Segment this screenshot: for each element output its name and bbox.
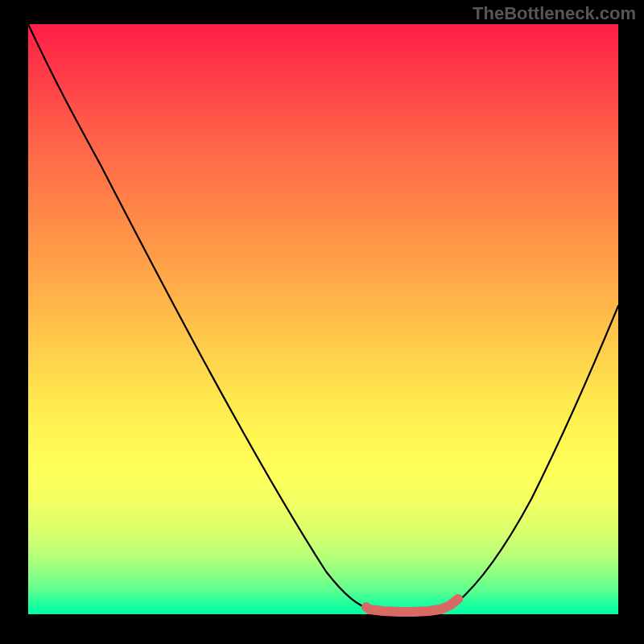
plot-area (28, 24, 618, 614)
watermark-text: TheBottleneck.com (473, 3, 636, 24)
chart-container: TheBottleneck.com (0, 0, 644, 644)
bottleneck-curve (28, 24, 618, 612)
curve-svg (28, 24, 618, 614)
marker-region-line (369, 599, 458, 612)
